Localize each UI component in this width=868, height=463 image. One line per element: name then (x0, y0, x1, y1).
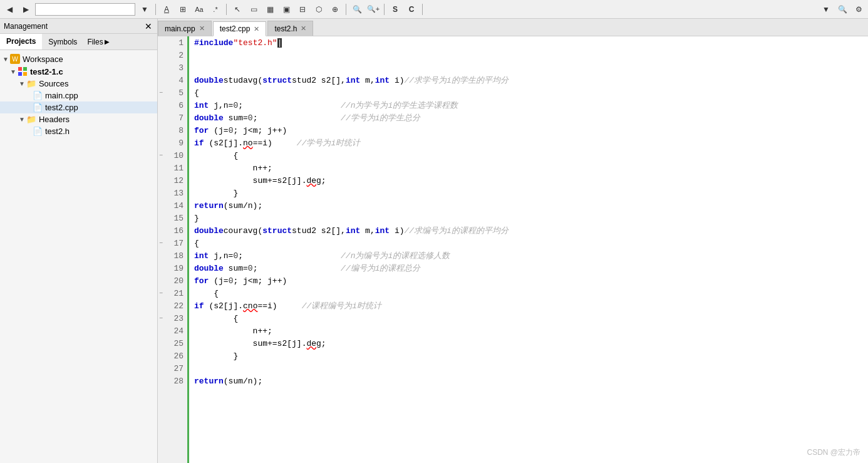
code-line-27 (189, 362, 868, 375)
dropdown2-btn[interactable]: ▼ (819, 3, 833, 16)
nav-forward-btn[interactable]: ▶ (19, 3, 33, 16)
tree-item-main-cpp[interactable]: 📄 main.cpp (0, 90, 157, 101)
project-expand-icon: ▼ (10, 68, 16, 75)
code-line-3 (189, 61, 868, 74)
highlight-btn[interactable]: A (160, 3, 173, 16)
sources-expand-icon: ▼ (19, 80, 25, 87)
code-line-22: if (s2[j].cno==i) //课程编号为i时统计 (189, 299, 868, 312)
search2-btn[interactable]: 🔍 (835, 3, 849, 16)
ln-10: − 10 (158, 149, 187, 162)
code-content[interactable]: #include "test2.h"| double studavg(struc… (189, 36, 868, 463)
ln-19: 19 (158, 262, 187, 274)
ln-8: 8 (158, 124, 187, 137)
workspace-expand-icon: ▼ (3, 56, 9, 63)
ln-20: 20 (158, 274, 187, 287)
workspace-label: Workspace (23, 55, 63, 64)
editor-tabs: main.cpp ✕ test2.cpp ✕ test2.h ✕ (158, 19, 868, 36)
dropdown-btn[interactable]: ▼ (138, 3, 152, 16)
code-line-26: } (189, 350, 868, 362)
snap-btn[interactable]: ⊟ (296, 3, 309, 16)
zoom-in-btn[interactable]: 🔍+ (366, 3, 380, 16)
bookmark-btn[interactable]: ⊞ (176, 3, 190, 16)
tab-main-cpp-close[interactable]: ✕ (199, 24, 205, 33)
editor-tab-test2-cpp[interactable]: test2.cpp ✕ (213, 21, 267, 36)
nav-back-btn[interactable]: ◀ (3, 3, 16, 16)
sep3 (346, 4, 346, 15)
code-line-19: double sum=0; //编号为i的课程总分 (189, 262, 868, 274)
code-line-5: { (189, 86, 868, 99)
tree-item-test2-h[interactable]: 📄 test2.h (0, 125, 157, 137)
collapse-10-icon[interactable]: − (159, 152, 163, 159)
collapse-5-icon[interactable]: − (159, 90, 163, 96)
code-line-4: double studavg(struct stud2 s2[],int m,i… (189, 74, 868, 86)
tree-item-headers[interactable]: ▼ 📁 Headers (0, 113, 157, 125)
settings-btn[interactable]: ⚙ (852, 3, 865, 16)
editor-tab-main-cpp[interactable]: main.cpp ✕ (158, 21, 212, 36)
headers-folder-icon: 📁 (26, 115, 36, 124)
files-arrow-icon: ▶ (105, 38, 110, 45)
c-btn[interactable]: C (405, 3, 418, 16)
sep1 (155, 4, 156, 15)
tab-files-label: Files (87, 38, 103, 46)
rect-select-btn[interactable]: ▭ (247, 3, 261, 16)
ln-4: 4 (158, 74, 187, 86)
ln-17: − 17 (158, 237, 187, 249)
line-numbers: 1 2 3 4 − 5 6 7 8 9 − 10 11 12 13 14 (158, 36, 189, 463)
ln-25: 25 (158, 337, 187, 350)
code-line-9: if (s2[j].no==i) //学号为i时统计 (189, 137, 868, 149)
close-management-btn[interactable]: ✕ (143, 21, 153, 31)
tree-item-sources[interactable]: ▼ 📁 Sources (0, 78, 157, 90)
hex-btn[interactable]: ⬡ (312, 3, 326, 16)
film-btn[interactable]: ▣ (279, 3, 293, 16)
collapse-21-icon[interactable]: − (159, 290, 163, 297)
sources-folder-icon: 📁 (26, 79, 36, 88)
project-label: test2-1.c (30, 67, 63, 76)
main-cpp-label: main.cpp (45, 91, 78, 100)
img-btn[interactable]: ▦ (263, 3, 277, 16)
collapse-17-icon[interactable]: − (159, 240, 163, 247)
move-btn[interactable]: ⊕ (328, 3, 342, 16)
sep4 (384, 4, 385, 15)
sources-label: Sources (39, 79, 69, 88)
toolbar-search-input[interactable] (35, 3, 135, 16)
tab-files[interactable]: Files ▶ (83, 34, 113, 49)
tree-view: ▼ W Workspace ▼ test2-1.c ▼ 📁 Sources 📄 (0, 50, 157, 463)
tab-test2-h-close[interactable]: ✕ (301, 24, 306, 33)
test2-h-label: test2.h (45, 127, 70, 136)
code-editor: 1 2 3 4 − 5 6 7 8 9 − 10 11 12 13 14 (158, 36, 868, 463)
match-case-btn[interactable]: Aa (192, 3, 206, 16)
tab-projects[interactable]: Projects (0, 34, 42, 49)
code-line-24: n++; (189, 325, 868, 337)
tree-item-test2-cpp[interactable]: 📄 test2.cpp (0, 101, 157, 113)
collapse-23-icon[interactable]: − (159, 315, 163, 322)
code-line-6: int j,n=0; //n为学号为i的学生选学课程数 (189, 99, 868, 112)
tree-item-project[interactable]: ▼ test2-1.c (0, 65, 157, 78)
toolbar: ◀ ▶ ▼ A ⊞ Aa .* ↖ ▭ ▦ ▣ ⊟ ⬡ ⊕ 🔍 🔍+ S C ▼… (0, 0, 868, 19)
svg-rect-1 (23, 67, 27, 71)
editor-area: main.cpp ✕ test2.cpp ✕ test2.h ✕ 1 2 3 4… (158, 19, 868, 463)
svg-rect-2 (18, 72, 22, 76)
tab-test2-h-label: test2.h (274, 24, 297, 33)
main-layout: Management ✕ Projects Symbols Files ▶ ▼ … (0, 19, 868, 463)
s-btn[interactable]: S (388, 3, 402, 16)
regex-btn[interactable]: .* (209, 3, 222, 16)
tree-item-workspace[interactable]: ▼ W Workspace (0, 53, 157, 65)
ln-9: 9 (158, 137, 187, 149)
ln-12: 12 (158, 174, 187, 187)
code-line-10: { (189, 149, 868, 162)
code-line-1: #include "test2.h"| (189, 36, 868, 49)
ln-18: 18 (158, 249, 187, 262)
tab-test2-cpp-close[interactable]: ✕ (254, 25, 259, 33)
ln-5: − 5 (158, 86, 187, 99)
management-title: Management (4, 22, 48, 31)
ln-22: 22 (158, 299, 187, 312)
editor-tab-test2-h[interactable]: test2.h ✕ (267, 21, 313, 36)
ln-7: 7 (158, 112, 187, 124)
ln-2: 2 (158, 49, 187, 61)
test2-h-file-icon: 📄 (33, 127, 43, 136)
tab-symbols[interactable]: Symbols (42, 34, 83, 49)
code-line-15: } (189, 212, 868, 224)
zoom-out-btn[interactable]: 🔍 (350, 3, 364, 16)
cursor-btn[interactable]: ↖ (230, 3, 244, 16)
ln-23: − 23 (158, 312, 187, 325)
